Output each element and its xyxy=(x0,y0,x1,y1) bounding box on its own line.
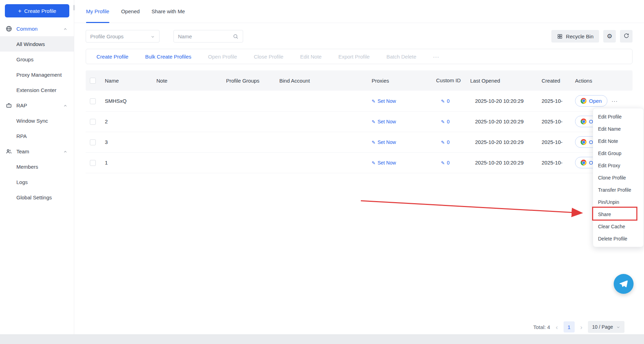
telegram-button[interactable] xyxy=(614,274,634,294)
action-edit-note[interactable]: Edit Note xyxy=(300,54,322,60)
pencil-icon: ✎ xyxy=(441,161,445,165)
action-batch-delete[interactable]: Batch Delete xyxy=(386,54,416,60)
last-opened-cell: 2025-10-20 10:20:29 xyxy=(467,111,538,132)
row-more-icon[interactable]: ··· xyxy=(612,98,618,104)
col-header-name: Name xyxy=(101,70,153,91)
refresh-button[interactable] xyxy=(620,30,633,43)
open-label: Open xyxy=(589,98,602,104)
custom-id-value: 0 xyxy=(447,119,450,124)
recycle-bin-label: Recycle Bin xyxy=(566,33,593,39)
sidebar-section-common[interactable]: Common xyxy=(0,21,74,36)
menu-item-edit-note[interactable]: Edit Note xyxy=(593,135,643,147)
custom-id-link[interactable]: ✎0 xyxy=(441,139,450,145)
action-open-profile[interactable]: Open Profile xyxy=(208,54,237,60)
next-page-icon[interactable]: › xyxy=(580,324,582,330)
action-bulk-create-profiles[interactable]: Bulk Create Profiles xyxy=(145,54,192,60)
sidebar-section-rap[interactable]: RAP xyxy=(0,98,74,113)
sidebar-item-logs[interactable]: Logs xyxy=(0,174,74,190)
set-now-label: Set Now xyxy=(378,119,396,124)
last-opened-cell: 2025-10-20 10:20:29 xyxy=(467,152,538,173)
name-cell: SMHSxQ xyxy=(101,91,153,111)
col-header-bind-account: Bind Account xyxy=(276,70,363,91)
table-header-row: Name Note Profile Groups Bind Account Pr… xyxy=(86,70,633,91)
custom-id-value: 0 xyxy=(447,98,450,104)
sidebar-section-team[interactable]: Team xyxy=(0,144,74,159)
sidebar-item-rpa[interactable]: RPA xyxy=(0,128,74,144)
sidebar: + Create Profile Common All Windows Grou… xyxy=(0,0,74,334)
profile-groups-cell xyxy=(223,132,276,152)
page-number[interactable]: 1 xyxy=(564,321,575,332)
set-proxy-link[interactable]: ✎Set Now xyxy=(372,139,396,145)
set-proxy-link[interactable]: ✎Set Now xyxy=(372,98,396,104)
sidebar-item-all-windows[interactable]: All Windows xyxy=(0,36,74,52)
profile-groups-cell xyxy=(223,91,276,111)
pencil-icon: ✎ xyxy=(372,99,375,104)
menu-item-pin-unpin[interactable]: Pin/Unpin xyxy=(593,196,643,208)
tab-share-with-me[interactable]: Share with Me xyxy=(152,0,185,23)
menu-item-delete-profile[interactable]: Delete Profile xyxy=(593,232,643,245)
app-window: + Create Profile Common All Windows Grou… xyxy=(0,0,644,334)
chrome-icon xyxy=(581,160,587,166)
note-cell xyxy=(153,152,223,173)
menu-item-edit-group[interactable]: Edit Group xyxy=(593,147,643,159)
tab-my-profile[interactable]: My Profile xyxy=(86,0,109,23)
menu-item-edit-name[interactable]: Edit Name xyxy=(593,123,643,135)
set-now-label: Set Now xyxy=(378,139,396,145)
action-close-profile[interactable]: Close Profile xyxy=(254,54,284,60)
sidebar-item-extension-center[interactable]: Extension Center xyxy=(0,82,74,98)
profile-tabs: My Profile Opened Share with Me xyxy=(74,0,644,23)
settings-button[interactable]: ⚙ xyxy=(603,30,616,43)
sidebar-item-global-settings[interactable]: Global Settings xyxy=(0,190,74,205)
create-profile-button[interactable]: + Create Profile xyxy=(5,4,69,17)
menu-item-clear-cache[interactable]: Clear Cache xyxy=(593,220,643,232)
last-opened-cell: 2025-10-20 10:20:29 xyxy=(467,132,538,152)
name-search-input[interactable] xyxy=(178,33,233,39)
sidebar-item-groups[interactable]: Groups xyxy=(0,52,74,67)
create-profile-label: Create Profile xyxy=(24,8,56,14)
section-team-label: Team xyxy=(16,148,63,154)
name-cell: 3 xyxy=(101,132,153,152)
created-cell: 2025-10- xyxy=(538,152,572,173)
profile-groups-select-value: Profile Groups xyxy=(90,33,124,39)
tab-opened[interactable]: Opened xyxy=(121,0,140,23)
col-header-created: Created xyxy=(538,70,572,91)
menu-item-share[interactable]: Share xyxy=(593,208,643,220)
row-checkbox[interactable] xyxy=(90,160,96,166)
pencil-icon: ✎ xyxy=(372,120,375,124)
row-checkbox[interactable] xyxy=(90,119,96,125)
menu-item-edit-profile[interactable]: Edit Profile xyxy=(593,110,643,123)
sidebar-item-window-sync[interactable]: Window Sync xyxy=(0,113,74,128)
row-checkbox[interactable] xyxy=(90,98,96,104)
filter-row: Profile Groups Recy xyxy=(86,30,633,43)
chevron-up-icon xyxy=(63,149,68,154)
plus-icon: + xyxy=(18,8,22,14)
custom-id-link[interactable]: ✎0 xyxy=(441,119,450,124)
pencil-icon: ✎ xyxy=(372,161,375,165)
action-export-profile[interactable]: Export Profile xyxy=(338,54,370,60)
custom-id-link[interactable]: ✎0 xyxy=(441,160,450,166)
action-create-profile[interactable]: Create Profile xyxy=(96,54,129,60)
select-all-checkbox[interactable] xyxy=(90,78,96,84)
set-proxy-link[interactable]: ✎Set Now xyxy=(372,119,396,124)
sidebar-item-proxy-management[interactable]: Proxy Management xyxy=(0,67,74,82)
prev-page-icon[interactable]: ‹ xyxy=(556,324,558,330)
row-checkbox[interactable] xyxy=(90,139,96,145)
page-size-select[interactable]: 10 / Page xyxy=(588,321,624,333)
set-proxy-link[interactable]: ✎Set Now xyxy=(372,160,396,166)
menu-item-edit-proxy[interactable]: Edit Proxy xyxy=(593,159,643,171)
custom-id-link[interactable]: ✎0 xyxy=(441,98,450,104)
pencil-icon: ✎ xyxy=(441,140,445,145)
profile-groups-select[interactable]: Profile Groups xyxy=(86,30,160,43)
chevron-down-icon xyxy=(616,325,620,329)
bind-account-cell xyxy=(276,152,363,173)
custom-id-value: 0 xyxy=(447,160,450,166)
open-profile-button[interactable]: Open xyxy=(575,95,607,107)
sidebar-item-members[interactable]: Members xyxy=(0,159,74,174)
profile-groups-cell xyxy=(223,111,276,132)
menu-item-clone-profile[interactable]: Clone Profile xyxy=(593,171,643,184)
created-cell: 2025-10- xyxy=(538,91,572,111)
menu-item-transfer-profile[interactable]: Transfer Profile xyxy=(593,184,643,196)
action-more-icon[interactable]: ··· xyxy=(433,54,439,60)
chevron-up-icon xyxy=(63,103,68,108)
recycle-bin-button[interactable]: Recycle Bin xyxy=(551,30,599,43)
